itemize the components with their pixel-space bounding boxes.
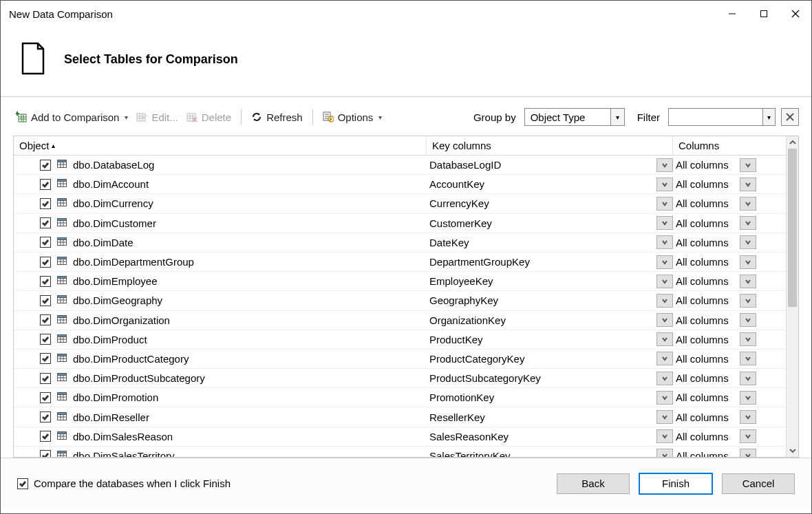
columns-dropdown[interactable] <box>740 449 756 457</box>
columns-dropdown[interactable] <box>740 313 756 327</box>
key-column-value: AccountKey <box>427 178 656 190</box>
columns-dropdown[interactable] <box>740 294 756 308</box>
table-row[interactable]: dbo.DimDateDateKeyAll columns <box>14 233 786 253</box>
row-checkbox[interactable] <box>40 217 51 228</box>
vertical-scrollbar[interactable] <box>786 136 798 457</box>
key-column-dropdown[interactable] <box>656 178 673 191</box>
table-row[interactable]: dbo.DimProductCategoryProductCategoryKey… <box>14 350 786 369</box>
cancel-button[interactable]: Cancel <box>722 473 795 494</box>
columns-dropdown[interactable] <box>740 178 756 191</box>
column-header-object[interactable]: Object ▴ <box>14 136 427 155</box>
key-column-dropdown[interactable] <box>656 255 673 269</box>
columns-dropdown[interactable] <box>740 391 756 405</box>
columns-dropdown[interactable] <box>740 429 756 443</box>
table-row[interactable]: dbo.DimProductSubcategoryProductSubcateg… <box>14 369 786 388</box>
row-checkbox[interactable] <box>40 392 51 403</box>
key-column-dropdown[interactable] <box>656 235 673 249</box>
key-column-dropdown[interactable] <box>656 216 673 230</box>
key-column-value: CustomerKey <box>427 217 656 229</box>
key-column-dropdown[interactable] <box>656 275 673 288</box>
filter-clear-button[interactable] <box>781 108 799 126</box>
row-checkbox[interactable] <box>40 411 51 422</box>
scroll-track[interactable] <box>787 149 798 445</box>
column-header-columns[interactable]: Columns <box>673 136 786 155</box>
columns-dropdown[interactable] <box>740 352 756 365</box>
options-button[interactable]: Options ▾ <box>320 108 385 126</box>
key-column-dropdown[interactable] <box>656 449 673 457</box>
table-row[interactable]: dbo.DimOrganizationOrganizationKeyAll co… <box>14 311 786 330</box>
finish-button[interactable]: Finish <box>639 473 712 494</box>
key-column-dropdown[interactable] <box>656 197 673 211</box>
refresh-button[interactable]: Refresh <box>248 108 306 126</box>
table-row[interactable]: dbo.DimCurrencyCurrencyKeyAll columns <box>14 194 786 213</box>
row-checkbox[interactable] <box>40 179 51 190</box>
compare-checkbox[interactable]: Compare the databases when I click Finis… <box>17 478 231 489</box>
back-button[interactable]: Back <box>557 473 630 494</box>
columns-dropdown[interactable] <box>740 158 756 172</box>
object-name: dbo.DimSalesTerritory <box>73 450 175 457</box>
columns-dropdown[interactable] <box>740 255 756 269</box>
key-column-dropdown[interactable] <box>656 332 673 346</box>
add-to-comparison-button[interactable]: Add to Comparison ▾ <box>13 108 131 126</box>
row-checkbox[interactable] <box>40 431 51 442</box>
scroll-up-icon[interactable] <box>787 136 798 149</box>
delete-label: Delete <box>202 111 231 123</box>
row-checkbox[interactable] <box>40 334 51 345</box>
minimize-button[interactable] <box>716 1 748 27</box>
key-column-dropdown[interactable] <box>656 352 673 365</box>
columns-dropdown[interactable] <box>740 235 756 249</box>
svg-point-28 <box>330 118 332 120</box>
key-column-dropdown[interactable] <box>656 372 673 385</box>
row-checkbox[interactable] <box>40 450 51 457</box>
chevron-down-icon[interactable]: ▾ <box>762 109 775 125</box>
groupby-value: Object Type <box>525 111 610 123</box>
table-row[interactable]: dbo.DimEmployeeEmployeeKeyAll columns <box>14 272 786 291</box>
scroll-down-icon[interactable] <box>787 445 798 457</box>
row-checkbox[interactable] <box>40 314 51 325</box>
row-checkbox[interactable] <box>40 373 51 384</box>
row-checkbox[interactable] <box>40 276 51 287</box>
table-row[interactable]: dbo.DimAccountAccountKeyAll columns <box>14 175 786 194</box>
table-row[interactable]: dbo.DimResellerResellerKeyAll columns <box>14 407 786 427</box>
groupby-combo[interactable]: Object Type ▾ <box>524 108 625 126</box>
key-column-value: SalesReasonKey <box>427 431 656 442</box>
table-row[interactable]: dbo.DimDepartmentGroupDepartmentGroupKey… <box>14 253 786 272</box>
close-button[interactable] <box>780 1 811 27</box>
table-row[interactable]: dbo.DimGeographyGeographyKeyAll columns <box>14 291 786 310</box>
table-row[interactable]: dbo.DimProductProductKeyAll columns <box>14 330 786 350</box>
key-column-dropdown[interactable] <box>656 294 673 308</box>
table-row[interactable]: dbo.DimCustomerCustomerKeyAll columns <box>14 214 786 233</box>
row-checkbox[interactable] <box>40 237 51 248</box>
key-column-dropdown[interactable] <box>656 158 673 172</box>
key-column-dropdown[interactable] <box>656 429 673 443</box>
columns-dropdown[interactable] <box>740 275 756 288</box>
row-checkbox[interactable] <box>40 295 51 306</box>
columns-dropdown[interactable] <box>740 372 756 385</box>
object-name: dbo.DatabaseLog <box>73 159 154 171</box>
key-column-dropdown[interactable] <box>656 313 673 327</box>
key-column-dropdown[interactable] <box>656 391 673 405</box>
row-checkbox[interactable] <box>40 198 51 209</box>
add-table-icon <box>16 111 27 122</box>
columns-dropdown[interactable] <box>740 332 756 346</box>
svg-rect-97 <box>58 412 67 414</box>
filter-input[interactable]: ▾ <box>668 108 776 126</box>
table-row[interactable]: dbo.DimPromotionPromotionKeyAll columns <box>14 388 786 407</box>
columns-dropdown[interactable] <box>740 216 756 230</box>
header-section: Select Tables for Comparison <box>1 27 811 97</box>
table-row[interactable]: dbo.DimSalesReasonSalesReasonKeyAll colu… <box>14 427 786 447</box>
row-checkbox[interactable] <box>40 257 51 268</box>
scroll-thumb[interactable] <box>788 149 797 307</box>
chevron-down-icon[interactable]: ▾ <box>610 109 624 125</box>
row-checkbox[interactable] <box>40 160 51 171</box>
row-checkbox[interactable] <box>40 353 51 364</box>
columns-value: All columns <box>673 334 740 345</box>
maximize-button[interactable] <box>748 1 780 27</box>
columns-value: All columns <box>673 392 740 403</box>
table-row[interactable]: dbo.DatabaseLogDatabaseLogIDAll columns <box>14 156 786 175</box>
columns-dropdown[interactable] <box>740 197 756 211</box>
columns-dropdown[interactable] <box>740 410 756 424</box>
column-header-key[interactable]: Key columns <box>427 136 673 155</box>
key-column-dropdown[interactable] <box>656 410 673 424</box>
table-row[interactable]: dbo.DimSalesTerritorySalesTerritoryKeyAl… <box>14 447 786 457</box>
